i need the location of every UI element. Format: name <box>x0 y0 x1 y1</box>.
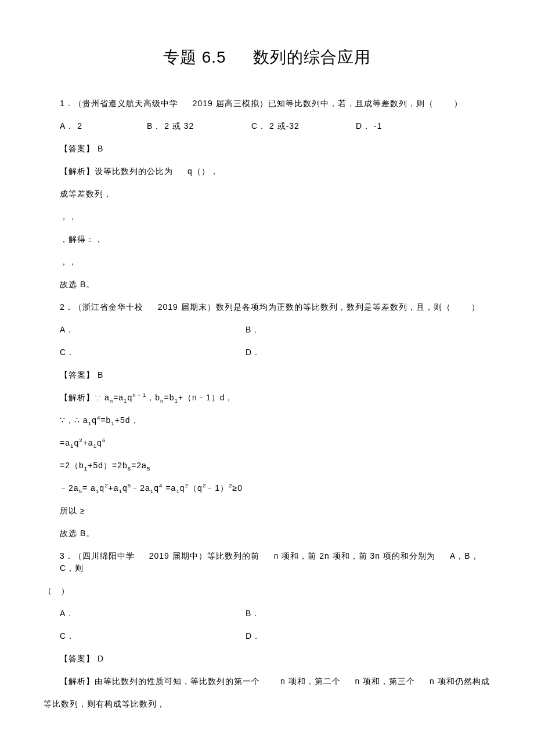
q1-sol-b: q（）， <box>187 167 219 176</box>
q2-prompt-c: ） <box>471 302 480 312</box>
q1-sol-l5: 故选 B。 <box>44 278 490 291</box>
q3-sol-a: 【解析】由等比数列的性质可知，等比数列的第一个 <box>60 677 260 686</box>
q3-sol-line2: 等比数列，则有构成等比数列， <box>44 698 490 710</box>
q1-sol-l4: ，， <box>44 256 490 268</box>
q2-choice-c: C． <box>60 346 246 359</box>
page-title: 专题 6.5 数列的综合应用 <box>44 46 490 68</box>
q1-prompt-part-b: 2019 届高三模拟）已知等比数列中，若，且成等差数列，则（ <box>193 99 434 108</box>
q2-sol1-text: 【解析】∵ an=a1qn﹣1，bn=b1+（n﹣1）d， <box>60 393 233 402</box>
q2-sol3-text: =a1q2+a1q6 <box>60 438 106 447</box>
q2-choice-b: B． <box>246 324 490 336</box>
q3-choice-c: C． <box>60 630 246 642</box>
q2-prompt: 2．（浙江省金华十校 2019 届期末）数列是各项均为正数的等比数列，数列是等差… <box>44 301 490 313</box>
q3-answer: 【答案】 D <box>44 653 490 665</box>
q1-prompt-part-c: ） <box>454 99 463 108</box>
q3-choices-row1: A． B． <box>44 607 490 620</box>
q3-sol-b: n 项和，第二个 <box>280 677 341 686</box>
q2-sol2-text: ∵，∴ a1q4=b1+5d， <box>60 415 139 425</box>
q2-sol-1: 【解析】∵ an=a1qn﹣1，bn=b1+（n﹣1）d， <box>44 392 490 404</box>
q3-prompt: 3．（四川绵阳中学 2019 届期中）等比数列的前 n 项和，前 2n 项和，前… <box>44 550 490 574</box>
q3-choice-b: B． <box>246 607 490 620</box>
q3-prompt-c: n 项和，前 2n 项和，前 3n 项的和分别为 <box>274 551 435 560</box>
q2-sol5-text: ﹣2a5= a1q2+a1q6﹣2a1q4 =a1q2（q2﹣1）2≥0 <box>60 483 243 493</box>
q1-prompt-part-a: 1．（贵州省遵义航天高级中学 <box>60 99 178 108</box>
q3-choice-a: A． <box>60 607 246 620</box>
q2-choice-a: A． <box>60 324 246 336</box>
q2-sol-4: =2（b1+5d）=2b6=2a5 <box>44 460 490 472</box>
q1-choice-c: C． 2 或-32 <box>251 120 356 132</box>
q2-choices-row1: A． B． <box>44 324 490 336</box>
q2-prompt-b: 2019 届期末）数列是各项均为正数的等比数列，数列是等差数列，且，则（ <box>158 302 451 312</box>
q3-sol-line1: 【解析】由等比数列的性质可知，等比数列的第一个 n 项和，第二个 n 项和，第三… <box>44 675 490 688</box>
q2-sol4-text: =2（b1+5d）=2b6=2a5 <box>60 461 150 470</box>
q2-sol-2: ∵，∴ a1q4=b1+5d， <box>44 414 490 426</box>
q2-sol-7: 故选 B。 <box>44 527 490 540</box>
q3-sol-d: n 项和仍然构成 <box>430 677 490 686</box>
q1-answer: 【答案】 B <box>44 143 490 155</box>
q1-prompt: 1．（贵州省遵义航天高级中学 2019 届高三模拟）已知等比数列中，若，且成等差… <box>44 97 490 110</box>
q1-choice-b: B． 2 或 32 <box>147 120 251 132</box>
q1-sol-a: 【解析】设等比数列的公比为 <box>60 167 173 176</box>
q2-answer: 【答案】 B <box>44 369 490 381</box>
q3-choice-d: D． <box>246 630 490 642</box>
q3-sol-c: n 项和，第三个 <box>355 677 415 686</box>
q1-choice-d: D． -1 <box>356 120 437 132</box>
q1-solution-line: 【解析】设等比数列的公比为 q（）， <box>44 165 490 178</box>
q3-choices-row2: C． D． <box>44 630 490 642</box>
q1-sol-l3: ，解得：， <box>44 233 490 245</box>
q1-sol-l2: ，， <box>44 211 490 223</box>
q1-sol-l1: 成等差数列， <box>44 188 490 200</box>
q2-choices-row2: C． D． <box>44 346 490 359</box>
q3-prompt-a: 3．（四川绵阳中学 <box>60 551 135 560</box>
q2-prompt-a: 2．（浙江省金华十校 <box>60 302 143 312</box>
document-page: 专题 6.5 数列的综合应用 1．（贵州省遵义航天高级中学 2019 届高三模拟… <box>0 0 534 755</box>
q1-choice-a: A． 2 <box>60 120 147 132</box>
q2-choice-d: D． <box>246 346 490 359</box>
q2-sol-5: ﹣2a5= a1q2+a1q6﹣2a1q4 =a1q2（q2﹣1）2≥0 <box>44 482 490 494</box>
q3-prompt-b: 2019 届期中）等比数列的前 <box>149 551 259 560</box>
q2-sol-3: =a1q2+a1q6 <box>44 437 490 449</box>
q1-choices: A． 2 B． 2 或 32 C． 2 或-32 D． -1 <box>44 120 490 132</box>
q2-sol-6: 所以 ≥ <box>44 505 490 517</box>
q3-paren: （ ） <box>44 585 490 597</box>
